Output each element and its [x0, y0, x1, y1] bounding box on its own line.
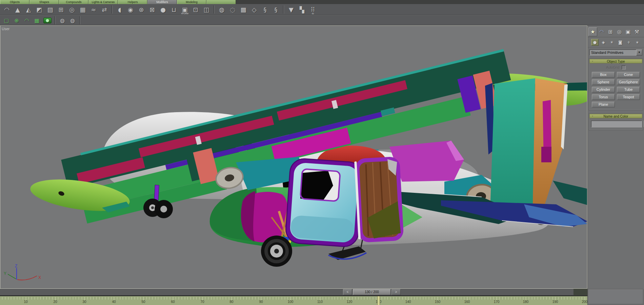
viewport-label[interactable]: User	[2, 27, 9, 31]
ripple-modifier-icon[interactable]: ◎	[67, 5, 77, 14]
transform-modifier-icon[interactable]: ⇄	[99, 5, 109, 14]
geometry-icon[interactable]: ●	[591, 39, 599, 46]
cone-button[interactable]: Cone	[617, 72, 640, 78]
push-modifier-icon[interactable]: ◉	[125, 5, 136, 14]
taper-modifier-icon[interactable]: ▲	[13, 5, 23, 14]
frame-tick	[308, 297, 308, 300]
display-tab-icon[interactable]: ▣	[624, 27, 632, 36]
tab-modeling[interactable]: Modeling	[177, 0, 206, 4]
collapse-icon[interactable]: -	[591, 60, 594, 63]
checker-map-icon[interactable]: ▚	[297, 5, 307, 14]
object-type-rollout: - Object Type AutoGrid BoxConeSphereGeoS…	[589, 58, 643, 110]
lattice-modifier-icon[interactable]: ▦	[78, 5, 88, 14]
create-tab-icon[interactable]: ★	[588, 27, 597, 36]
motion-tab-icon[interactable]: ◎	[615, 27, 624, 36]
tab-lights-cameras[interactable]: Lights & Cameras	[88, 0, 118, 4]
modify-tab-icon[interactable]: ◠	[597, 27, 606, 36]
spherify-modifier-icon[interactable]: ●	[158, 5, 168, 14]
geosphere-preset-icon-2[interactable]: ◍	[68, 16, 77, 25]
tessellate-modifier-icon[interactable]: ▩	[238, 5, 248, 14]
frame-tick	[346, 297, 347, 300]
collapse-icon[interactable]: -	[591, 115, 594, 118]
tab-compounds[interactable]: Compounds	[59, 0, 88, 4]
teapot-button[interactable]: Teapot	[617, 94, 640, 100]
frame-tick	[490, 297, 491, 300]
toolbar-separator	[55, 16, 56, 24]
frame-tick	[2, 297, 2, 300]
noise-modifier-icon[interactable]: ▨	[45, 5, 55, 14]
box-button[interactable]: Box	[592, 72, 615, 78]
melt-modifier-icon[interactable]: ◖	[115, 5, 125, 14]
sphere-button[interactable]: Sphere	[592, 79, 615, 85]
object-type-rollout-header[interactable]: - Object Type	[589, 59, 642, 63]
primitives-dropdown-value[interactable]: Standard Primitives	[589, 49, 636, 56]
ffd-box-modifier-icon[interactable]: ⊡	[190, 5, 201, 14]
toolbar-separator	[112, 5, 113, 14]
meshsmooth-modifier-icon[interactable]: ◍	[217, 5, 227, 14]
track-bar[interactable]: 1020304050607080901001101201301401501601…	[0, 296, 587, 305]
perspective-viewport[interactable]: User	[0, 25, 587, 289]
cap-holes-modifier-icon[interactable]: ⊔	[169, 5, 179, 14]
time-slider-track[interactable]: < 130 / 200 >	[0, 289, 587, 296]
tab-modifiers[interactable]: Modifiers	[147, 0, 177, 4]
object-name-input[interactable]	[591, 121, 642, 127]
twist-modifier-icon[interactable]: ◭	[23, 5, 34, 14]
tab-blank[interactable]	[206, 0, 236, 4]
helpers-icon[interactable]: +	[625, 39, 632, 46]
chevron-down-icon[interactable]: ▼	[636, 49, 642, 56]
uvw-map-modifier-icon[interactable]: ◇	[249, 5, 259, 14]
frame-tick	[28, 297, 29, 300]
cameras-icon[interactable]: ◙	[617, 39, 624, 46]
scatter-modifier-icon[interactable]: ⊛	[136, 5, 146, 14]
frame-tick	[558, 297, 559, 300]
next-frame-button[interactable]: >	[391, 289, 401, 295]
frame-tick	[164, 297, 164, 300]
geosphere-preset-icon[interactable]: ◍	[58, 16, 67, 25]
edit-mesh-modifier-icon[interactable]: ◫	[201, 5, 212, 14]
systems-icon[interactable]: ∗	[633, 39, 641, 46]
hierarchy-tab-icon[interactable]: ⊞	[606, 27, 615, 36]
bend-modifier-icon[interactable]: ◠	[2, 5, 12, 14]
utilities-tab-icon[interactable]: ⚒	[632, 27, 641, 36]
mirror-modifier-icon[interactable]: ⊠	[147, 5, 157, 14]
skew-modifier-icon[interactable]: ◩	[34, 5, 44, 14]
frame-tick	[535, 297, 535, 300]
primitives-dropdown[interactable]: Standard Primitives ▼	[589, 49, 642, 56]
material-id-icon[interactable]: ⠿ID	[308, 5, 318, 14]
grid-snap-icon[interactable]: ▦	[32, 16, 42, 25]
open-wood-door	[354, 157, 404, 243]
autogrid-checkbox[interactable]	[622, 65, 626, 69]
wireframe-box-icon[interactable]: ▢	[2, 16, 11, 25]
protractor-icon[interactable]: ◠	[22, 16, 32, 25]
cylinder-button[interactable]: Cylinder	[592, 87, 615, 93]
noise-curve-icon[interactable]: §	[260, 5, 270, 14]
frame-tick	[32, 297, 32, 300]
frame-tick	[443, 297, 444, 300]
time-slider-handle[interactable]: 130 / 200	[353, 289, 391, 295]
shapes-icon[interactable]: ◈	[600, 39, 607, 46]
plane-button[interactable]: Plane	[592, 102, 615, 107]
geodesic-sphere-icon[interactable]: ◌	[227, 5, 238, 14]
xform-modifier-icon[interactable]: ▣XFORM	[180, 5, 190, 14]
auto-key-ball-icon[interactable]: ●	[43, 18, 52, 23]
frame-tick	[108, 297, 108, 300]
wave-modifier-icon[interactable]: ≈	[88, 5, 99, 14]
optimize-modifier-icon[interactable]: ▼	[286, 5, 296, 14]
tube-button[interactable]: Tube	[617, 87, 640, 93]
ffd-modifier-icon[interactable]: ⊞	[56, 5, 66, 14]
airplane-model[interactable]: Z Y X	[4, 49, 587, 280]
pivot-point-icon[interactable]: ⊕	[12, 16, 21, 25]
geosphere-button[interactable]: GeoSphere	[617, 79, 640, 85]
current-frame-marker[interactable]	[377, 296, 380, 305]
tab-helpers[interactable]: Helpers	[118, 0, 147, 4]
frame-tick	[390, 297, 391, 300]
tab-shapes[interactable]: Shapes	[29, 0, 59, 4]
lights-icon[interactable]: ☀	[608, 39, 616, 46]
noise-rotation-curve-icon[interactable]: §	[271, 5, 281, 14]
torus-button[interactable]: Torus	[592, 94, 615, 100]
previous-frame-button[interactable]: <	[343, 289, 352, 295]
name-color-rollout-header[interactable]: - Name and Color	[589, 114, 642, 118]
axis-gizmo: Z Y X	[4, 264, 41, 280]
tab-objects[interactable]: Objects	[0, 0, 29, 4]
viewport-canvas[interactable]: Z Y X	[0, 26, 587, 289]
